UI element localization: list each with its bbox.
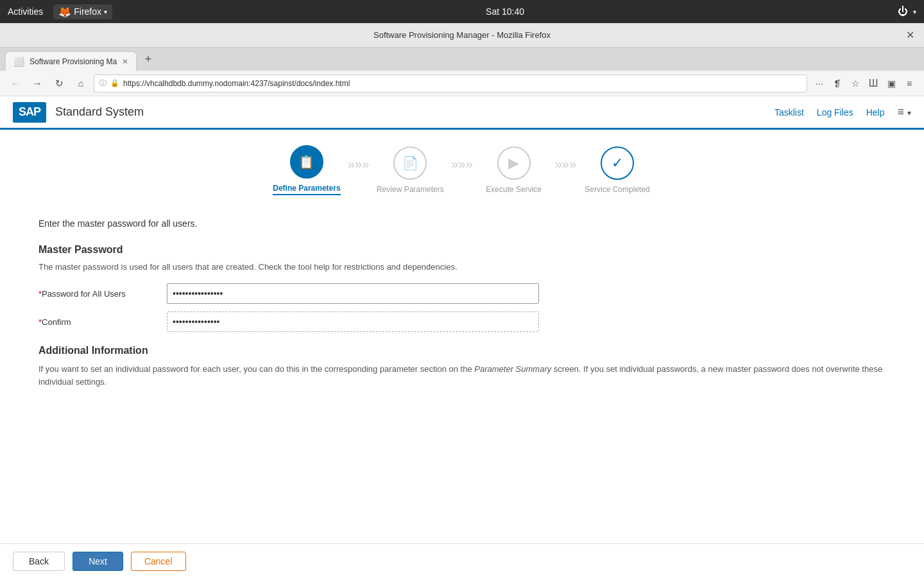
security-info-icon[interactable]: ⓘ	[99, 78, 107, 88]
sidebar-button[interactable]: ▣	[883, 75, 900, 92]
browser-navbar: ← → ↻ ⌂ ⓘ 🔒 https://vhcalhdbdb.dummy.nod…	[0, 71, 924, 96]
step-label-completed: Service Completed	[585, 185, 649, 194]
browser-title: Software Provisioning Manager - Mozilla …	[373, 30, 551, 40]
additional-info-text-1: If you want to set an individual passwor…	[38, 364, 474, 374]
more-options-icon: ···	[816, 78, 823, 89]
pocket-button[interactable]: ❡	[829, 75, 846, 92]
browser-window: Software Provisioning Manager - Mozilla …	[0, 23, 924, 578]
back-nav-icon: ←	[11, 78, 21, 89]
sidebar-icon: ▣	[887, 78, 896, 89]
home-nav-button[interactable]: ⌂	[72, 74, 90, 92]
forward-nav-icon: →	[33, 78, 42, 89]
more-options-button[interactable]: ···	[811, 75, 828, 92]
log-files-link[interactable]: Log Files	[817, 107, 853, 118]
nav-extra-buttons: ··· ❡ ☆ Ш ▣ ≡	[811, 75, 918, 92]
firefox-menu-btn[interactable]: 🦊 Firefox ▾	[53, 4, 112, 19]
star-icon: ☆	[851, 78, 860, 89]
step-arrow-1: »»»	[345, 157, 372, 171]
browser-tab-active[interactable]: ⬜ Software Provisioning Ma ✕	[5, 51, 137, 71]
browser-menu-icon: ≡	[907, 78, 912, 89]
tab-close-button[interactable]: ✕	[122, 57, 128, 66]
step-label-define: Define Parameters	[273, 184, 340, 195]
forward-nav-button[interactable]: →	[28, 74, 46, 92]
confirm-label: *Confirm	[38, 317, 167, 327]
reload-nav-icon: ↻	[55, 78, 64, 89]
master-password-title: Master Password	[38, 244, 886, 256]
pocket-icon: ❡	[834, 78, 841, 89]
sap-header: SAP Standard System Tasklist Log Files H…	[0, 96, 924, 130]
password-label: *Password for All Users	[38, 289, 167, 299]
step-icon-define: 📋	[298, 154, 314, 170]
firefox-icon: 🦊	[58, 6, 71, 18]
step-circle-completed: ✓	[601, 146, 634, 180]
new-tab-button[interactable]: +	[139, 50, 157, 68]
back-button[interactable]: Back	[13, 552, 65, 571]
step-icon-review: 📄	[402, 155, 418, 171]
home-nav-icon: ⌂	[78, 78, 83, 89]
step-execute-service: ▶ Execute Service	[475, 146, 552, 194]
power-icon[interactable]: ⏻	[898, 6, 908, 17]
step-arrow-2: »»»	[449, 157, 475, 171]
browser-menu-button[interactable]: ≡	[901, 75, 918, 92]
additional-info-italic: Parameter Summary	[474, 364, 551, 374]
os-topbar-right: ⏻ ▾	[898, 6, 916, 17]
activities-label[interactable]: Activities	[8, 6, 43, 17]
sap-app: SAP Standard System Tasklist Log Files H…	[0, 96, 924, 578]
step-circle-execute: ▶	[497, 146, 531, 180]
step-review-parameters: 📄 Review Parameters	[372, 146, 449, 194]
additional-info-text: If you want to set an individual passwor…	[38, 363, 886, 388]
firefox-dropdown-icon: ▾	[104, 8, 107, 15]
cancel-button[interactable]: Cancel	[131, 552, 186, 571]
step-service-completed: ✓ Service Completed	[579, 146, 656, 194]
help-link[interactable]: Help	[866, 107, 885, 118]
confirm-input[interactable]	[167, 311, 539, 332]
sap-header-menu-button[interactable]: ≡ ▾	[897, 105, 911, 119]
url-bar[interactable]: ⓘ 🔒 https://vhcalhdbdb.dummy.nodomain:42…	[94, 74, 807, 92]
step-icon-execute: ▶	[508, 155, 519, 171]
browser-titlebar: Software Provisioning Manager - Mozilla …	[0, 23, 924, 48]
bottom-bar: Back Next Cancel	[0, 543, 924, 578]
topbar-arrow-icon[interactable]: ▾	[913, 8, 916, 15]
next-button[interactable]: Next	[73, 552, 123, 571]
reader-button[interactable]: Ш	[865, 75, 882, 92]
stepper: 📋 Define Parameters »»» 📄 Review Paramet…	[0, 130, 924, 206]
reload-nav-button[interactable]: ↻	[50, 74, 68, 92]
sap-header-actions: Tasklist Log Files Help ≡ ▾	[774, 105, 911, 119]
additional-info-title: Additional Information	[38, 345, 886, 356]
password-label-text: Password for All Users	[42, 289, 126, 299]
firefox-label: Firefox	[74, 6, 101, 17]
step-label-execute: Execute Service	[486, 185, 542, 194]
content-area: Enter the master password for all users.…	[0, 206, 924, 401]
password-row: *Password for All Users	[38, 283, 886, 304]
step-arrow-3: »»»	[552, 157, 579, 171]
tab-favicon-icon: ⬜	[13, 57, 24, 67]
tasklist-link[interactable]: Tasklist	[774, 107, 804, 118]
confirm-label-text: Confirm	[42, 317, 71, 327]
sap-main-content: 📋 Define Parameters »»» 📄 Review Paramet…	[0, 130, 924, 543]
sap-menu-icon: ≡	[897, 105, 904, 118]
step-circle-define: 📋	[290, 145, 323, 179]
url-text: https://vhcalhdbdb.dummy.nodomain:4237/s…	[123, 79, 801, 88]
step-define-parameters: 📋 Define Parameters	[268, 145, 345, 195]
master-password-desc: The master password is used for all user…	[38, 262, 886, 272]
sap-logo: SAP	[13, 102, 46, 123]
os-time: Sat 10:40	[112, 6, 898, 17]
lock-icon: 🔒	[110, 79, 119, 87]
tab-title: Software Provisioning Ma	[30, 57, 117, 66]
browser-tabbar: ⬜ Software Provisioning Ma ✕ +	[0, 48, 924, 71]
bookmark-button[interactable]: ☆	[847, 75, 864, 92]
os-topbar-left: Activities 🦊 Firefox ▾	[8, 4, 112, 19]
password-input[interactable]	[167, 283, 539, 304]
confirm-row: *Confirm	[38, 311, 886, 332]
intro-text: Enter the master password for all users.	[38, 218, 886, 229]
back-nav-button[interactable]: ←	[6, 74, 24, 92]
step-circle-review: 📄	[393, 146, 427, 180]
sap-menu-dropdown-icon: ▾	[907, 109, 911, 118]
step-icon-completed: ✓	[612, 155, 623, 171]
browser-close-button[interactable]: ✕	[903, 29, 916, 42]
step-label-review: Review Parameters	[377, 185, 444, 194]
os-topbar: Activities 🦊 Firefox ▾ Sat 10:40 ⏻ ▾	[0, 0, 924, 23]
sap-app-title: Standard System	[55, 105, 144, 119]
